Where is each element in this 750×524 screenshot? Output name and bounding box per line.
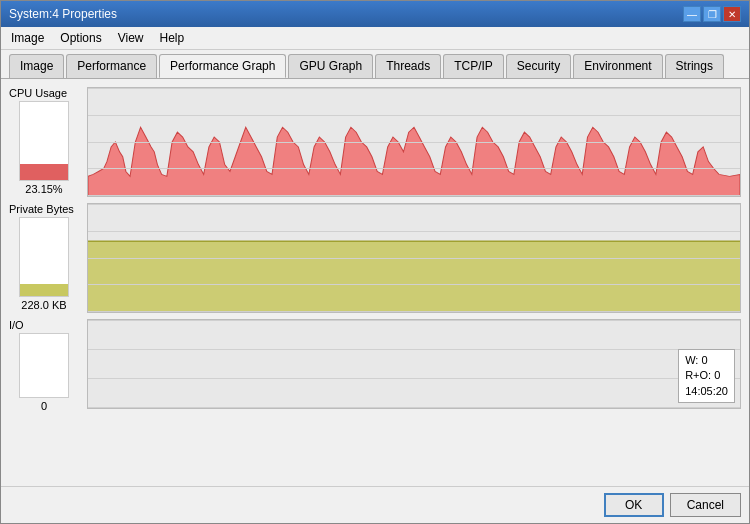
private-value: 228.0 KB bbox=[21, 299, 66, 311]
io-title: I/O bbox=[9, 319, 24, 331]
graph-line bbox=[88, 231, 740, 232]
cpu-label-area: CPU Usage 23.15% bbox=[9, 87, 79, 197]
menu-bar: Image Options View Help bbox=[1, 27, 749, 50]
graph-line bbox=[88, 311, 740, 312]
menu-help[interactable]: Help bbox=[154, 29, 191, 47]
title-bar: System:4 Properties — ❐ ✕ bbox=[1, 1, 749, 27]
graph-line bbox=[88, 378, 740, 379]
ok-button[interactable]: OK bbox=[604, 493, 664, 517]
tooltip-r: R+O: 0 bbox=[685, 368, 728, 383]
graph-line bbox=[88, 407, 740, 408]
menu-image[interactable]: Image bbox=[5, 29, 50, 47]
tooltip-w: W: 0 bbox=[685, 353, 728, 368]
tab-strings[interactable]: Strings bbox=[665, 54, 724, 78]
private-graph-lines bbox=[88, 204, 740, 312]
window-title: System:4 Properties bbox=[9, 7, 117, 21]
cancel-button[interactable]: Cancel bbox=[670, 493, 741, 517]
minimize-button[interactable]: — bbox=[683, 6, 701, 22]
menu-view[interactable]: View bbox=[112, 29, 150, 47]
io-section: I/O 0 W: 0 R+O: 0 14:05:20 bbox=[9, 319, 741, 412]
main-window: System:4 Properties — ❐ ✕ Image Options … bbox=[0, 0, 750, 524]
cpu-section: CPU Usage 23.15% bbox=[9, 87, 741, 197]
restore-button[interactable]: ❐ bbox=[703, 6, 721, 22]
tab-threads[interactable]: Threads bbox=[375, 54, 441, 78]
graph-line bbox=[88, 284, 740, 285]
private-mini-bar bbox=[20, 284, 68, 296]
graph-line bbox=[88, 142, 740, 143]
io-graph-lines bbox=[88, 320, 740, 408]
private-graph bbox=[87, 203, 741, 313]
private-bytes-section: Private Bytes 228.0 KB bbox=[9, 203, 741, 313]
graph-line bbox=[88, 204, 740, 205]
graph-line bbox=[88, 349, 740, 350]
graph-line bbox=[88, 258, 740, 259]
cpu-graph bbox=[87, 87, 741, 197]
private-title: Private Bytes bbox=[9, 203, 74, 215]
cpu-mini-bar bbox=[20, 164, 68, 180]
cpu-value: 23.15% bbox=[25, 183, 62, 195]
tab-bar: Image Performance Performance Graph GPU … bbox=[1, 50, 749, 79]
tab-image[interactable]: Image bbox=[9, 54, 64, 78]
graph-line bbox=[88, 195, 740, 196]
tab-security[interactable]: Security bbox=[506, 54, 571, 78]
cpu-graph-lines bbox=[88, 88, 740, 196]
io-value: 0 bbox=[41, 400, 47, 412]
tab-environment[interactable]: Environment bbox=[573, 54, 662, 78]
tooltip-time: 14:05:20 bbox=[685, 384, 728, 399]
tab-tcpip[interactable]: TCP/IP bbox=[443, 54, 504, 78]
tab-performance-graph[interactable]: Performance Graph bbox=[159, 54, 286, 78]
private-mini-bar-container bbox=[19, 217, 69, 297]
tab-performance[interactable]: Performance bbox=[66, 54, 157, 78]
graph-tooltip: W: 0 R+O: 0 14:05:20 bbox=[678, 349, 735, 403]
cpu-mini-bar-container bbox=[19, 101, 69, 181]
io-graph: W: 0 R+O: 0 14:05:20 bbox=[87, 319, 741, 409]
graph-line bbox=[88, 88, 740, 89]
cpu-title: CPU Usage bbox=[9, 87, 67, 99]
menu-options[interactable]: Options bbox=[54, 29, 107, 47]
content-area: CPU Usage 23.15% bbox=[1, 79, 749, 486]
close-button[interactable]: ✕ bbox=[723, 6, 741, 22]
tab-gpu-graph[interactable]: GPU Graph bbox=[288, 54, 373, 78]
footer: OK Cancel bbox=[1, 486, 749, 523]
io-label-area: I/O 0 bbox=[9, 319, 79, 412]
private-label-area: Private Bytes 228.0 KB bbox=[9, 203, 79, 313]
io-mini-bar-container bbox=[19, 333, 69, 398]
graph-line bbox=[88, 115, 740, 116]
graph-line bbox=[88, 168, 740, 169]
title-bar-controls: — ❐ ✕ bbox=[683, 6, 741, 22]
graph-line bbox=[88, 320, 740, 321]
